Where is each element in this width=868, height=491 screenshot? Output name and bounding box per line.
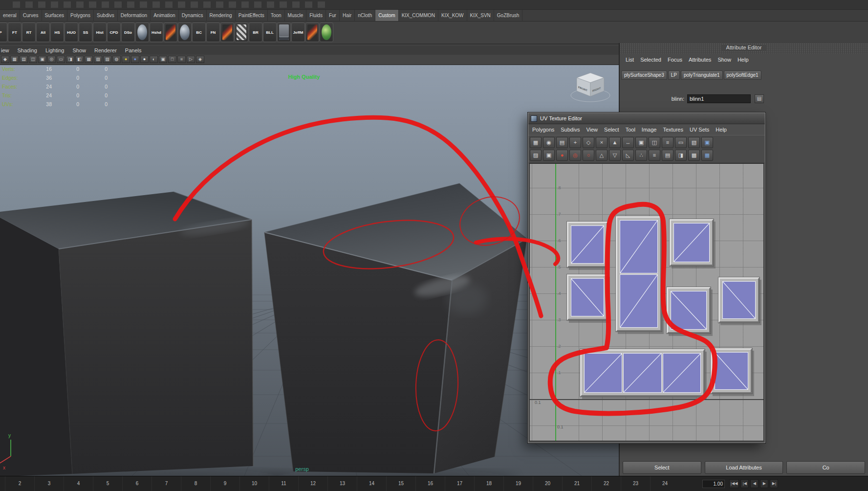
uv-editor-menu-item[interactable]: Textures	[663, 127, 683, 133]
uv-toolbar-icon[interactable]: ◎	[569, 150, 581, 161]
frame-number[interactable]: 16	[415, 476, 445, 491]
uv-toolbar-icon[interactable]: ▲	[609, 137, 621, 148]
uv-face[interactable]	[571, 278, 604, 316]
shelf-tool-icon[interactable]: Hshd	[150, 22, 163, 42]
uv-face[interactable]	[623, 353, 661, 393]
attribute-editor-node-tab[interactable]: polyTriangulate1	[681, 70, 723, 80]
uv-toolbar-icon[interactable]: △	[596, 150, 608, 161]
viewport-toolbar-icon[interactable]: ●	[122, 56, 130, 63]
viewport-toolbar-icon[interactable]: ●	[131, 56, 139, 63]
uv-toolbar-icon[interactable]: ◇	[583, 137, 594, 148]
shelf-tool-icon[interactable]: BR	[249, 22, 262, 42]
shelf-tab[interactable]: eneral	[0, 10, 20, 21]
frame-number[interactable]: 7	[152, 476, 181, 491]
uv-face[interactable]	[571, 225, 604, 264]
shelf-tool-icon[interactable]	[220, 22, 234, 42]
attribute-editor-menu-item[interactable]: List	[626, 57, 634, 67]
uv-toolbar-icon[interactable]: ▦	[530, 137, 542, 148]
uv-toolbar-icon[interactable]: +	[569, 137, 581, 148]
viewport-toolbar-icon[interactable]: ▧	[94, 56, 102, 63]
shelf-tab[interactable]: Polygons	[67, 10, 94, 21]
shelf-tab[interactable]: Deformation	[118, 10, 151, 21]
attribute-editor-node-tab[interactable]: plySurfaceShape3	[621, 70, 667, 80]
shelf-tab[interactable]: Hair	[340, 10, 355, 21]
shelf-tab[interactable]: KIX_KOW	[438, 10, 467, 21]
shelf-tool-icon[interactable]: RT	[22, 22, 36, 42]
viewport-toolbar-icon[interactable]: ▦	[10, 56, 19, 63]
frame-number[interactable]: 13	[327, 476, 357, 491]
panel-menu-item[interactable]: Lighting	[45, 45, 65, 55]
panel-menu-item[interactable]: Panels	[125, 45, 142, 55]
frame-number[interactable]: 21	[562, 476, 591, 491]
frame-number[interactable]: 12	[298, 476, 327, 491]
attribute-editor-menu-item[interactable]: Focus	[668, 57, 682, 67]
uv-shell[interactable]	[567, 222, 608, 268]
uv-shell[interactable]	[616, 216, 662, 332]
left-cube[interactable]	[0, 192, 253, 476]
viewport-toolbar-icon[interactable]: ◫	[29, 56, 37, 63]
shelf-tool-icon[interactable]: JeffM	[291, 22, 305, 42]
uv-face[interactable]	[663, 353, 701, 393]
shelf-tool-icon[interactable]: HUO	[65, 22, 78, 42]
attribute-editor-menu-item[interactable]: Attributes	[689, 57, 711, 67]
frame-number[interactable]: 23	[621, 476, 650, 491]
frame-number[interactable]: 17	[445, 476, 474, 491]
panel-menu-item[interactable]: Show	[72, 45, 86, 55]
viewport-toolbar-icon[interactable]: ▷	[187, 56, 195, 63]
uv-toolbar-icon[interactable]: ▦	[701, 150, 713, 161]
uv-editor-menu-item[interactable]: Image	[642, 127, 657, 133]
shelf-tab[interactable]: Animation	[151, 10, 178, 21]
shelf-tab[interactable]: Rendering	[207, 10, 236, 21]
viewport-toolbar-icon[interactable]: ≡	[177, 56, 186, 63]
uv-toolbar-icon[interactable]: ∴	[635, 150, 647, 161]
uv-toolbar-icon[interactable]: ▤	[662, 150, 673, 161]
shelf-tool-icon[interactable]: CPD	[107, 22, 121, 42]
uv-toolbar-icon[interactable]: ≡	[649, 150, 660, 161]
attribute-editor-menu-item[interactable]: Help	[738, 57, 749, 67]
uv-shell[interactable]	[718, 277, 760, 323]
uv-face[interactable]	[620, 274, 658, 328]
uv-toolbar-icon[interactable]: ○	[583, 150, 594, 161]
uv-face[interactable]	[673, 223, 710, 262]
shelf-tab[interactable]: PaintEffects	[236, 10, 268, 21]
shelf-tab[interactable]: Curves	[20, 10, 42, 21]
time-slider[interactable]: 2 3 4 5 6 7 8 9 10 11 12 13 14 15 16 17 …	[0, 476, 868, 491]
shelf-tool-icon[interactable]	[164, 22, 177, 42]
uv-toolbar-icon[interactable]: ●	[556, 150, 568, 161]
viewport-toolbar-icon[interactable]: ◆	[1, 56, 9, 63]
uv-canvas[interactable]: .8 .7 .6 .5 .4 .3 .2 .1 0.1 0.1	[529, 163, 764, 441]
uv-face[interactable]	[620, 220, 658, 273]
uv-editor-menu-item[interactable]: Tool	[626, 127, 635, 133]
attribute-editor-node-tab[interactable]: LP	[668, 70, 680, 80]
frame-number[interactable]: 8	[181, 476, 210, 491]
frame-number[interactable]: 20	[533, 476, 562, 491]
shelf-tab[interactable]: Muscle	[285, 10, 307, 21]
uv-shell[interactable]	[667, 287, 711, 334]
playback-button[interactable]: ▶|	[770, 479, 778, 488]
viewport-toolbar-icon[interactable]: ◐	[150, 56, 158, 63]
uv-toolbar-icon[interactable]: ↔	[622, 137, 634, 148]
panel-menu-item[interactable]: Renderer	[94, 45, 117, 55]
shelf-tool-icon[interactable]: P	[0, 22, 7, 42]
viewport-toolbar-icon[interactable]: ●	[140, 56, 149, 63]
uv-toolbar-icon[interactable]: ▽	[609, 150, 621, 161]
uv-toolbar-icon[interactable]: ◨	[675, 150, 687, 161]
viewport-toolbar-icon[interactable]: ◧	[75, 56, 84, 63]
shelf-tool-icon[interactable]	[305, 22, 319, 42]
shelf-tab[interactable]: KIX_COMMON	[399, 10, 438, 21]
frame-number[interactable]: 14	[357, 476, 386, 491]
attribute-editor-button[interactable]: Load Attributes	[705, 461, 783, 474]
frame-number[interactable]: 5	[93, 476, 122, 491]
uv-toolbar-icon[interactable]: ▨	[530, 150, 542, 161]
attribute-editor-menu-item[interactable]: Selected	[640, 57, 661, 67]
attribute-editor-button[interactable]: Select	[623, 461, 701, 474]
frame-number[interactable]: 2	[5, 476, 34, 491]
uv-toolbar-icon[interactable]: ×	[596, 137, 608, 148]
shelf-tool-icon[interactable]: SS	[79, 22, 92, 42]
texture-swatch-button[interactable]: ▤	[755, 94, 764, 103]
frame-number[interactable]: 11	[269, 476, 298, 491]
shelf-tool-icon[interactable]	[135, 22, 149, 42]
uv-shell[interactable]	[580, 349, 705, 397]
uv-toolbar-icon[interactable]: ▣	[543, 150, 555, 161]
3d-viewport[interactable]: FRONT RIGHT y x Verts: 16 0 0 Edges: 36 …	[0, 65, 619, 476]
